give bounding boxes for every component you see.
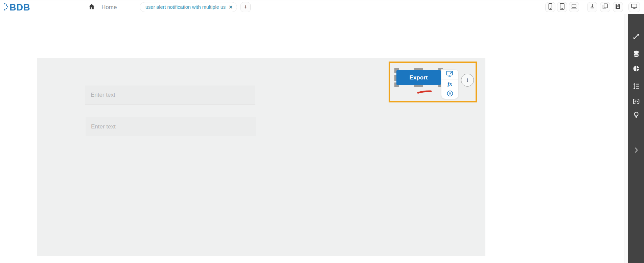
bdb-logo-text: BDB xyxy=(9,2,30,13)
save-button[interactable] xyxy=(613,2,623,12)
laptop-icon xyxy=(570,3,578,11)
line-spacing-icon xyxy=(632,82,640,92)
download-button[interactable] xyxy=(587,2,597,12)
export-button[interactable]: Export xyxy=(396,70,441,85)
formula-icon: fx xyxy=(447,81,452,88)
home-icon xyxy=(88,3,95,12)
layout-options-button[interactable] xyxy=(628,81,644,93)
right-sidebar xyxy=(628,14,644,263)
swap-box-icon xyxy=(632,97,640,107)
tablet-icon xyxy=(558,3,566,11)
new-tab-button[interactable]: + xyxy=(240,2,251,12)
expand-button[interactable] xyxy=(628,31,644,43)
home-label: Home xyxy=(101,4,117,11)
database-icon xyxy=(632,50,640,59)
expand-icon xyxy=(632,32,640,42)
info-widget-label: i xyxy=(467,77,468,83)
dashboard-tab[interactable]: user alert notification with multiple us… xyxy=(140,2,237,12)
design-canvas[interactable]: Export fx xyxy=(37,58,485,256)
app-window: { "header": { "logo": "BDB", "home": "Ho… xyxy=(0,0,644,263)
screen-edit-button[interactable] xyxy=(441,70,458,79)
info-widget[interactable]: i xyxy=(461,74,474,87)
dashboard-tab-title: user alert notification with multiple us… xyxy=(145,4,226,10)
text-input-2[interactable] xyxy=(86,117,256,136)
remove-icon xyxy=(446,90,454,99)
plus-icon: + xyxy=(244,3,247,11)
lightbulb-icon xyxy=(632,111,640,120)
monitor-icon xyxy=(630,3,638,11)
save-icon xyxy=(614,3,622,11)
red-underline-annotation xyxy=(417,89,432,95)
mobile-preview-button[interactable] xyxy=(545,2,555,12)
desktop-preview-button[interactable] xyxy=(628,2,640,12)
screen-edit-icon xyxy=(446,70,454,79)
export-button-label: Export xyxy=(410,74,428,81)
widget-toolbar: fx xyxy=(441,69,459,99)
top-toolbar: BDB Home user alert notification with mu… xyxy=(0,0,644,14)
formula-button[interactable]: fx xyxy=(441,79,458,89)
download-icon xyxy=(589,3,596,11)
laptop-preview-button[interactable] xyxy=(569,2,579,12)
text-input-1[interactable] xyxy=(85,86,255,104)
copy-icon xyxy=(601,3,609,11)
bdb-logo[interactable]: BDB xyxy=(3,2,30,13)
bdb-logo-mark-icon xyxy=(3,2,9,13)
pie-chart-icon xyxy=(632,65,640,74)
collapse-panel-button[interactable] xyxy=(628,145,644,157)
remove-widget-button[interactable] xyxy=(441,89,458,99)
home-button[interactable]: Home xyxy=(88,3,117,12)
mobile-icon xyxy=(547,3,554,11)
tablet-preview-button[interactable] xyxy=(557,2,567,12)
charts-button[interactable] xyxy=(628,64,644,75)
data-connectors-button[interactable] xyxy=(628,49,644,60)
chevron-right-icon xyxy=(632,146,640,156)
copy-button[interactable] xyxy=(600,2,610,12)
component-swap-button[interactable] xyxy=(628,96,644,108)
tab-close-icon[interactable]: ✕ xyxy=(229,4,233,10)
insights-button[interactable] xyxy=(628,110,644,121)
vertical-scrollbar[interactable] xyxy=(624,14,628,263)
